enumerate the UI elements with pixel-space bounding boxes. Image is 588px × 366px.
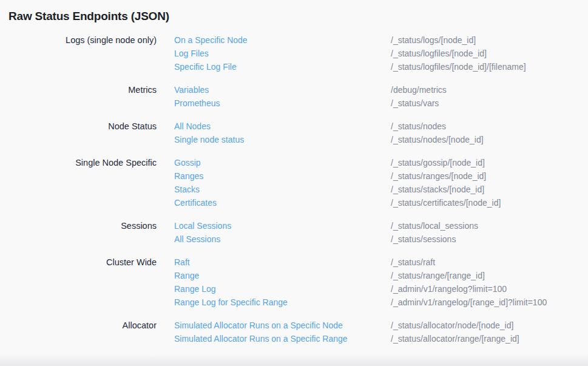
endpoint-path: /_status/gossip/[node_id] [391, 156, 485, 169]
endpoint-link[interactable]: Range Log [174, 282, 391, 296]
endpoint-row: Log Files /_status/logfiles/[node_id] [174, 47, 588, 60]
endpoint-link[interactable]: Variables [174, 83, 391, 97]
endpoint-row: Variables /debug/metrics [174, 83, 588, 97]
endpoint-section: Allocator Simulated Allocator Runs on a … [0, 319, 588, 345]
endpoint-row: Single node status /_status/nodes/[node_… [174, 133, 588, 146]
category-label: Sessions [0, 219, 157, 232]
bottom-page-edge [0, 354, 588, 366]
endpoint-path: /_status/sessions [391, 232, 456, 246]
endpoint-path: /_status/logfiles/[node_id] [391, 47, 487, 60]
endpoint-link[interactable]: Certificates [174, 196, 391, 209]
endpoint-link[interactable]: Simulated Allocator Runs on a Specific N… [174, 319, 391, 332]
endpoint-path: /_admin/v1/rangelog?limit=100 [391, 282, 507, 296]
endpoint-row: Certificates /_status/certificates/[node… [174, 196, 588, 209]
endpoint-link[interactable]: Log Files [174, 47, 391, 60]
endpoint-link[interactable]: Ranges [174, 169, 391, 183]
endpoint-path: /_status/local_sessions [391, 219, 478, 232]
endpoint-row: Simulated Allocator Runs on a Specific N… [174, 319, 588, 332]
category-label: Cluster Wide [0, 256, 157, 269]
endpoint-row: Ranges /_status/ranges/[node_id] [174, 169, 588, 183]
endpoint-rows: Variables /debug/metrics Prometheus /_st… [174, 83, 588, 110]
category-label: Allocator [0, 319, 157, 332]
endpoint-row: Gossip /_status/gossip/[node_id] [174, 156, 588, 169]
endpoint-row: All Sessions /_status/sessions [174, 232, 588, 246]
endpoint-row: All Nodes /_status/nodes [174, 120, 588, 133]
endpoint-section: Cluster Wide Raft /_status/raft Range /_… [0, 256, 588, 309]
endpoint-link[interactable]: Single node status [174, 133, 391, 146]
endpoint-rows: Simulated Allocator Runs on a Specific N… [174, 319, 588, 345]
endpoint-rows: On a Specific Node /_status/logs/[node_i… [174, 33, 588, 73]
category-label: Logs (single node only) [0, 33, 157, 47]
endpoint-link[interactable]: Raft [174, 256, 391, 269]
category-label: Node Status [0, 120, 157, 133]
endpoint-row: Raft /_status/raft [174, 256, 588, 269]
endpoint-path: /_status/logfiles/[node_id]/[filename] [391, 60, 526, 73]
endpoint-row: On a Specific Node /_status/logs/[node_i… [174, 33, 588, 47]
endpoint-link[interactable]: All Sessions [174, 232, 391, 246]
endpoint-link[interactable]: Prometheus [174, 97, 391, 110]
endpoint-path: /_status/nodes [391, 120, 446, 133]
endpoint-row: Simulated Allocator Runs on a Specific R… [174, 332, 588, 345]
endpoint-row: Prometheus /_status/vars [174, 97, 588, 110]
endpoint-path: /_status/stacks/[node_id] [391, 183, 484, 196]
endpoint-link[interactable]: Stacks [174, 183, 391, 196]
endpoint-path: /_status/certificates/[node_id] [391, 196, 501, 209]
endpoint-row: Range Log for Specific Range /_admin/v1/… [174, 296, 588, 309]
endpoint-path: /_status/vars [391, 97, 439, 110]
endpoint-row: Specific Log File /_status/logfiles/[nod… [174, 60, 588, 73]
endpoint-link[interactable]: Local Sessions [174, 219, 391, 232]
endpoint-link[interactable]: Range Log for Specific Range [174, 296, 391, 309]
endpoint-link[interactable]: On a Specific Node [174, 33, 391, 47]
category-label: Single Node Specific [0, 156, 157, 169]
endpoint-path: /_status/allocator/range/[range_id] [391, 332, 519, 345]
endpoint-link[interactable]: Range [174, 269, 391, 282]
endpoint-section: Single Node Specific Gossip /_status/gos… [0, 156, 588, 209]
endpoint-section: Logs (single node only) On a Specific No… [0, 33, 588, 73]
endpoint-link[interactable]: Specific Log File [174, 60, 391, 73]
endpoint-rows: Raft /_status/raft Range /_status/range/… [174, 256, 588, 309]
endpoint-sections: Logs (single node only) On a Specific No… [0, 33, 588, 345]
endpoint-path: /debug/metrics [391, 83, 447, 97]
endpoint-link[interactable]: All Nodes [174, 120, 391, 133]
endpoint-path: /_status/ranges/[node_id] [391, 169, 486, 183]
endpoint-link[interactable]: Simulated Allocator Runs on a Specific R… [174, 332, 391, 345]
endpoint-path: /_status/nodes/[node_id] [391, 133, 484, 146]
page-title: Raw Status Endpoints (JSON) [8, 8, 588, 24]
endpoint-path: /_status/allocator/node/[node_id] [391, 319, 513, 332]
endpoint-row: Local Sessions /_status/local_sessions [174, 219, 588, 232]
endpoint-rows: Local Sessions /_status/local_sessions A… [174, 219, 588, 246]
endpoint-link[interactable]: Gossip [174, 156, 391, 169]
endpoint-row: Range Log /_admin/v1/rangelog?limit=100 [174, 282, 588, 296]
endpoint-rows: Gossip /_status/gossip/[node_id] Ranges … [174, 156, 588, 209]
endpoint-rows: All Nodes /_status/nodes Single node sta… [174, 120, 588, 146]
endpoint-path: /_admin/v1/rangelog/[range_id]?limit=100 [391, 296, 547, 309]
endpoint-row: Stacks /_status/stacks/[node_id] [174, 183, 588, 196]
endpoint-path: /_status/range/[range_id] [391, 269, 485, 282]
endpoint-section: Metrics Variables /debug/metrics Prometh… [0, 83, 588, 110]
endpoint-section: Sessions Local Sessions /_status/local_s… [0, 219, 588, 246]
endpoint-row: Range /_status/range/[range_id] [174, 269, 588, 282]
endpoint-path: /_status/logs/[node_id] [391, 33, 476, 47]
category-label: Metrics [0, 83, 157, 97]
endpoint-path: /_status/raft [391, 256, 435, 269]
endpoint-section: Node Status All Nodes /_status/nodes Sin… [0, 120, 588, 146]
